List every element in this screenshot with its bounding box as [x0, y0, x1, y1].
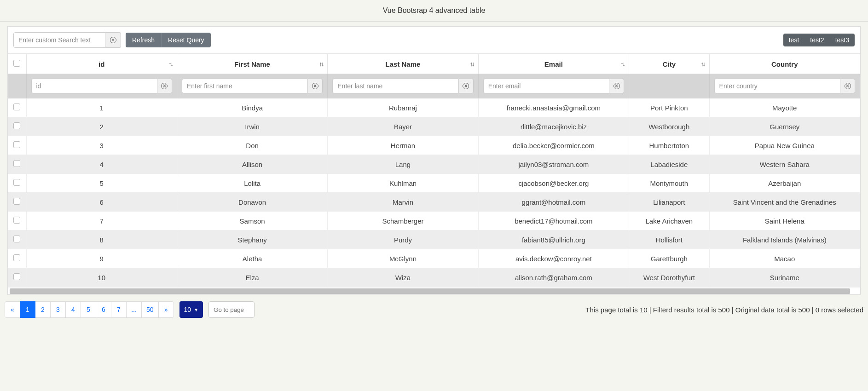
cell-country: Falkland Islands (Malvinas)	[709, 230, 860, 249]
cell-last-name: Rubanraj	[328, 98, 478, 117]
filter-cell-first-name: ×	[177, 74, 327, 98]
page-item[interactable]: 5	[81, 301, 96, 318]
page-item[interactable]: 6	[96, 301, 111, 318]
cell-first-name: Elza	[177, 268, 327, 287]
page-item[interactable]: ...	[126, 301, 142, 318]
row-checkbox[interactable]	[13, 122, 20, 129]
cell-id: 8	[26, 230, 177, 249]
column-header-city[interactable]: City↑↓	[629, 54, 710, 74]
search-group: ×	[13, 32, 121, 48]
page-prev[interactable]: «	[5, 301, 20, 318]
table-footer: «1234567...50» 10 ▼ This page total is 1…	[0, 295, 868, 324]
cell-country: Guernsey	[709, 117, 860, 136]
test-button-3[interactable]: test3	[830, 34, 855, 46]
cell-first-name: Don	[177, 136, 327, 155]
row-checkbox-cell	[8, 193, 26, 212]
goto-page-input[interactable]	[208, 301, 255, 318]
cell-email: delia.becker@cormier.com	[478, 136, 629, 155]
row-checkbox-cell	[8, 249, 26, 268]
page-item[interactable]: 1	[20, 301, 35, 318]
horizontal-scrollbar[interactable]	[10, 288, 850, 294]
row-checkbox[interactable]	[13, 160, 20, 167]
filter-clear-button[interactable]: ×	[459, 79, 474, 93]
cell-last-name: Herman	[328, 136, 478, 155]
column-header-last-name[interactable]: Last Name↑↓	[328, 54, 478, 74]
filter-cell-last-name: ×	[328, 74, 478, 98]
test-button-1[interactable]: test	[783, 34, 805, 46]
filter-clear-button[interactable]: ×	[308, 79, 323, 93]
row-checkbox[interactable]	[13, 104, 20, 110]
cell-country: Mayotte	[709, 98, 860, 117]
filter-clear-button[interactable]: ×	[157, 79, 172, 93]
row-checkbox[interactable]	[13, 179, 20, 186]
reset-query-button[interactable]: Reset Query	[162, 33, 211, 47]
select-all-checkbox[interactable]	[13, 60, 20, 67]
cell-last-name: McGlynn	[328, 249, 478, 268]
filter-input-id[interactable]	[31, 79, 157, 93]
column-header-first-name[interactable]: First Name↑↓	[177, 54, 327, 74]
filter-input-email[interactable]	[483, 79, 609, 93]
cell-country: Saint Helena	[709, 212, 860, 230]
filter-cell-city	[629, 74, 710, 98]
row-checkbox[interactable]	[13, 217, 20, 224]
action-button-group: Refresh Reset Query	[126, 33, 211, 47]
per-page-select[interactable]: 10 ▼	[179, 301, 203, 318]
filter-input-first-name[interactable]	[182, 79, 308, 93]
cell-email: fabian85@ullrich.org	[478, 230, 629, 249]
filter-input-last-name[interactable]	[332, 79, 458, 93]
table-container: × Refresh Reset Query test test2 test3 i…	[7, 26, 861, 295]
row-checkbox[interactable]	[13, 236, 20, 242]
header-label: First Name	[234, 60, 270, 68]
row-checkbox[interactable]	[13, 198, 20, 205]
test-button-2[interactable]: test2	[804, 34, 829, 46]
search-input[interactable]	[13, 32, 105, 48]
table-row: 7 Samson Schamberger benedict17@hotmail.…	[8, 212, 860, 230]
filter-clear-button[interactable]: ×	[840, 79, 855, 93]
row-checkbox-cell	[8, 117, 26, 136]
refresh-button[interactable]: Refresh	[126, 33, 162, 47]
footer-status: This page total is 10 | Filterd results …	[585, 306, 863, 314]
page-item[interactable]: 7	[111, 301, 127, 318]
cell-email: jailyn03@stroman.com	[478, 155, 629, 174]
page-item[interactable]: 3	[50, 301, 66, 318]
cell-email: benedict17@hotmail.com	[478, 212, 629, 230]
page-item[interactable]: 4	[65, 301, 81, 318]
cell-last-name: Lang	[328, 155, 478, 174]
cell-country: Macao	[709, 249, 860, 268]
data-table: id↑↓ First Name↑↓ Last Name↑↓ Email↑↓ Ci…	[8, 54, 860, 287]
cell-first-name: Samson	[177, 212, 327, 230]
clear-icon: ×	[845, 83, 851, 89]
filter-input-country[interactable]	[714, 79, 840, 93]
row-checkbox[interactable]	[13, 273, 20, 280]
clear-icon: ×	[110, 37, 116, 43]
cell-email: avis.deckow@conroy.net	[478, 249, 629, 268]
cell-email: alison.rath@graham.com	[478, 268, 629, 287]
cell-city: Garettburgh	[629, 249, 710, 268]
row-checkbox[interactable]	[13, 254, 20, 261]
page-next[interactable]: »	[158, 301, 174, 318]
cell-country: Suriname	[709, 268, 860, 287]
cell-city: Hollisfort	[629, 230, 710, 249]
cell-id: 9	[26, 249, 177, 268]
page-title: Vue Bootsrap 4 advanced table	[0, 0, 868, 22]
cell-country: Azerbaijan	[709, 174, 860, 193]
row-checkbox[interactable]	[13, 141, 20, 148]
cell-country: Western Sahara	[709, 155, 860, 174]
filter-cell-id: ×	[26, 74, 177, 98]
cell-first-name: Donavon	[177, 193, 327, 212]
table-row: 4 Allison Lang jailyn03@stroman.com Laba…	[8, 155, 860, 174]
clear-icon: ×	[161, 83, 168, 89]
page-item[interactable]: 50	[141, 301, 159, 318]
cell-id: 2	[26, 117, 177, 136]
filter-cell-country: ×	[709, 74, 860, 98]
clear-icon: ×	[463, 83, 469, 89]
row-checkbox-cell	[8, 174, 26, 193]
page-item[interactable]: 2	[35, 301, 51, 318]
column-header-id[interactable]: id↑↓	[26, 54, 177, 74]
column-header-email[interactable]: Email↑↓	[478, 54, 629, 74]
table-row: 6 Donavon Marvin ggrant@hotmail.com Lili…	[8, 193, 860, 212]
filter-clear-button[interactable]: ×	[609, 79, 624, 93]
cell-city: Lake Arichaven	[629, 212, 710, 230]
table-row: 10 Elza Wiza alison.rath@graham.com West…	[8, 268, 860, 287]
clear-search-button[interactable]: ×	[105, 32, 121, 48]
